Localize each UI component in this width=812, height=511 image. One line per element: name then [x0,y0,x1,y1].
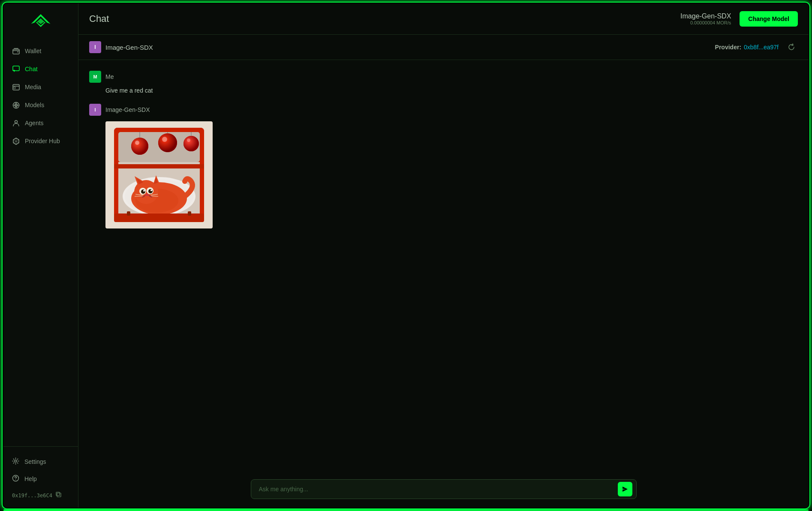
avatar: I [89,104,101,116]
sidebar-item-media-label: Media [25,84,41,90]
sidebar-item-models-label: Models [25,102,44,108]
header-model-rate: 0.00000004 MOR/s [690,20,731,25]
send-button[interactable] [618,482,632,496]
svg-rect-4 [14,87,15,89]
message-header: I Image-Gen-SDX [89,104,663,116]
wallet-address: 0x19f...3e6C4 [12,487,69,501]
chat-session-bar: I Image-Gen-SDX Provider: 0xb8f...ea97f [78,35,809,60]
message-sender: Me [105,73,114,80]
models-icon [12,101,20,109]
refresh-button[interactable] [785,41,798,54]
chat-icon [12,65,20,73]
sidebar-item-media[interactable]: Media [3,78,78,96]
sidebar-bottom: Settings Help 0x19f...3e6C4 [3,446,78,508]
svg-point-42 [150,189,152,191]
avatar-letter: I [94,107,96,112]
svg-point-8 [15,460,17,462]
wallet-address-text: 0x19f...3e6C4 [12,493,52,499]
svg-point-40 [148,189,153,193]
sidebar-item-help[interactable]: Help [12,470,69,487]
svg-point-41 [143,190,145,192]
session-model-badge: I [89,41,101,53]
chat-area: M Me Give me a red cat I Image-Gen-SDX [78,60,809,473]
chat-input[interactable] [251,479,637,499]
svg-point-21 [158,133,177,152]
logo [3,3,78,38]
sidebar-item-provider-hub-label: Provider Hub [25,138,60,144]
sidebar: Wallet Chat [3,3,78,508]
chat-input-wrapper [251,479,637,499]
change-model-button[interactable]: Change Model [740,11,798,27]
svg-rect-48 [127,211,130,216]
message-header: M Me [89,71,663,83]
sidebar-item-wallet[interactable]: Wallet [3,42,78,60]
header-model-name: Image-Gen-SDX [680,12,731,20]
provider-address: 0xb8f...ea97f [744,44,779,51]
main-content: Chat Image-Gen-SDX 0.00000004 MOR/s Chan… [78,3,809,508]
svg-point-7 [15,120,17,123]
svg-point-19 [131,138,148,155]
svg-point-24 [135,141,139,145]
svg-rect-12 [56,492,60,496]
agents-icon [12,119,20,127]
sidebar-item-wallet-label: Wallet [25,48,41,54]
header: Chat Image-Gen-SDX 0.00000004 MOR/s Chan… [78,3,809,35]
messages-container: M Me Give me a red cat I Image-Gen-SDX [78,60,809,473]
bottom-progress-bar [3,509,809,511]
avatar-letter: M [93,74,97,79]
svg-point-39 [141,189,145,194]
table-row: I Image-Gen-SDX [89,104,663,228]
input-area [78,473,809,508]
sidebar-item-help-label: Help [24,475,37,482]
copy-icon[interactable] [56,492,62,499]
wallet-icon [12,47,20,55]
svg-rect-11 [57,493,61,497]
session-model-name: Image-Gen-SDX [105,44,715,51]
sidebar-item-settings-label: Settings [24,458,46,465]
provider-icon [12,137,20,145]
svg-rect-49 [188,211,191,216]
svg-point-26 [187,138,190,142]
sidebar-item-settings[interactable]: Settings [12,453,69,470]
sidebar-item-chat[interactable]: Chat [3,60,78,78]
sidebar-item-provider-hub[interactable]: Provider Hub [3,132,78,150]
message-text: Give me a red cat [105,86,663,95]
sidebar-item-agents[interactable]: Agents [3,114,78,132]
help-icon [12,475,19,483]
provider-label: Provider: [715,44,741,51]
header-model-info: Image-Gen-SDX 0.00000004 MOR/s [680,12,731,25]
media-icon [12,83,20,91]
svg-point-25 [162,137,167,142]
svg-point-23 [183,136,199,151]
avatar: M [89,71,101,83]
svg-rect-1 [17,51,18,52]
table-row: M Me Give me a red cat [89,71,663,95]
generated-image [105,121,663,228]
sidebar-nav: Wallet Chat [3,38,78,446]
sidebar-item-models[interactable]: Models [3,96,78,114]
settings-icon [12,457,19,466]
sidebar-item-chat-label: Chat [25,66,38,72]
sidebar-item-agents-label: Agents [25,120,44,126]
svg-rect-31 [114,164,204,168]
message-sender: Image-Gen-SDX [105,106,150,113]
page-title: Chat [89,13,680,24]
svg-point-10 [15,479,16,480]
